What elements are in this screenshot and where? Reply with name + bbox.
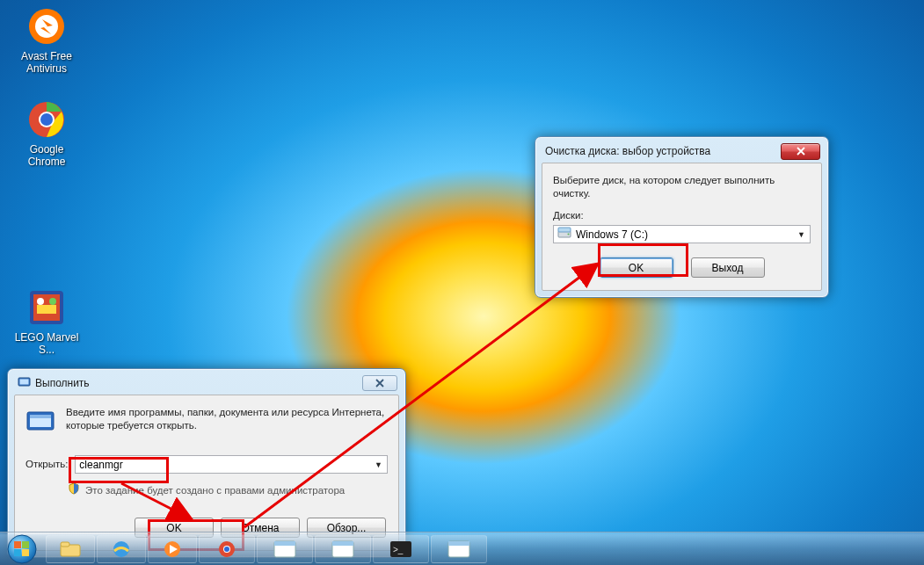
drives-label: Диски: (553, 209, 811, 222)
desktop-icon-avast[interactable]: Avast FreeAntivirus (12, 5, 81, 75)
exit-button[interactable]: Выход (691, 257, 765, 278)
run-icon (18, 375, 31, 391)
svg-rect-16 (558, 228, 571, 232)
shield-icon (68, 482, 80, 498)
start-button[interactable] (4, 534, 40, 564)
taskbar-item[interactable] (46, 535, 95, 563)
drive-combobox[interactable]: Windows 7 (C:) ▼ (553, 225, 811, 243)
run-instruction: Введите имя программы, папки, документа … (66, 406, 388, 432)
window-icon (447, 540, 471, 559)
chevron-down-icon: ▼ (797, 230, 805, 239)
svg-point-1 (35, 15, 58, 38)
admin-note: Это задание будет создано с правами адми… (85, 484, 345, 497)
explorer-icon (60, 540, 81, 558)
avast-icon (25, 5, 68, 47)
run-dialog-titlebar[interactable]: Выполнить (14, 375, 399, 395)
svg-rect-24 (22, 549, 29, 556)
svg-point-8 (37, 298, 44, 305)
chrome-icon (216, 540, 237, 559)
drive-value: Windows 7 (C:) (576, 228, 648, 241)
svg-rect-7 (37, 305, 56, 314)
drive-icon (557, 227, 571, 242)
open-value: cleanmgr (79, 459, 122, 471)
close-button[interactable] (362, 375, 397, 391)
desktop-icon-label: LEGO MarvelS... (12, 331, 81, 356)
svg-rect-14 (30, 415, 51, 418)
svg-point-17 (568, 234, 570, 235)
svg-rect-21 (14, 541, 21, 548)
open-combobox[interactable]: cleanmgr ▼ (75, 455, 388, 474)
taskbar[interactable]: >_ (0, 532, 924, 565)
svg-point-4 (40, 113, 53, 126)
chrome-icon (25, 98, 68, 141)
taskbar-item[interactable] (97, 535, 146, 563)
svg-rect-36 (332, 541, 353, 546)
run-dialog-title: Выполнить (35, 377, 90, 389)
desktop-icon-chrome[interactable]: GoogleChrome (12, 98, 81, 168)
ok-button[interactable]: OK (600, 257, 673, 278)
desktop-icon-label: Avast FreeAntivirus (12, 50, 81, 75)
cmd-icon: >_ (389, 540, 413, 559)
svg-rect-26 (61, 542, 69, 547)
run-large-icon (25, 406, 55, 439)
svg-rect-22 (22, 541, 29, 548)
taskbar-item[interactable]: >_ (373, 535, 429, 563)
open-label: Открыть: (25, 458, 68, 471)
svg-rect-11 (20, 380, 29, 385)
taskbar-item[interactable] (199, 535, 255, 563)
taskbar-item[interactable] (315, 535, 371, 563)
taskbar-item[interactable] (257, 535, 313, 563)
cleanup-title: Очистка диска: выбор устройства (545, 145, 710, 157)
wmp-icon (162, 540, 183, 559)
cleanup-titlebar[interactable]: Очистка диска: выбор устройства (542, 143, 822, 163)
svg-rect-23 (14, 549, 21, 556)
svg-rect-34 (274, 541, 295, 546)
window-icon (273, 540, 297, 559)
cleanup-instruction: Выберите диск, на котором следует выполн… (553, 174, 811, 200)
svg-text:>_: >_ (393, 545, 404, 554)
taskbar-item[interactable] (431, 535, 487, 563)
desktop-icon-label: GoogleChrome (12, 143, 81, 168)
close-button[interactable] (781, 143, 820, 160)
desktop-icon-lego[interactable]: LEGO MarvelS... (12, 286, 81, 356)
window-icon (331, 540, 355, 559)
cleanup-dialog: Очистка диска: выбор устройства Выберите… (535, 136, 829, 298)
run-dialog: Выполнить Введите имя программы, папки, … (7, 368, 406, 558)
svg-point-9 (49, 298, 56, 305)
svg-rect-40 (448, 541, 469, 546)
lego-icon (25, 286, 68, 329)
chevron-down-icon: ▼ (375, 460, 382, 469)
taskbar-item[interactable] (148, 535, 197, 563)
svg-point-32 (224, 547, 229, 552)
ie-icon (111, 540, 132, 559)
